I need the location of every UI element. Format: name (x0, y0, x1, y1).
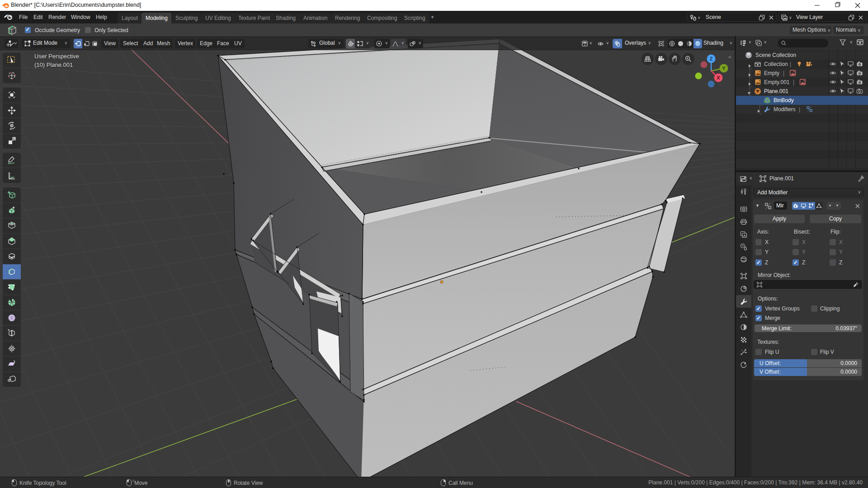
svg-text:Y: Y (722, 66, 726, 71)
svg-text:X: X (717, 75, 720, 80)
svg-text:Z: Z (710, 56, 713, 61)
